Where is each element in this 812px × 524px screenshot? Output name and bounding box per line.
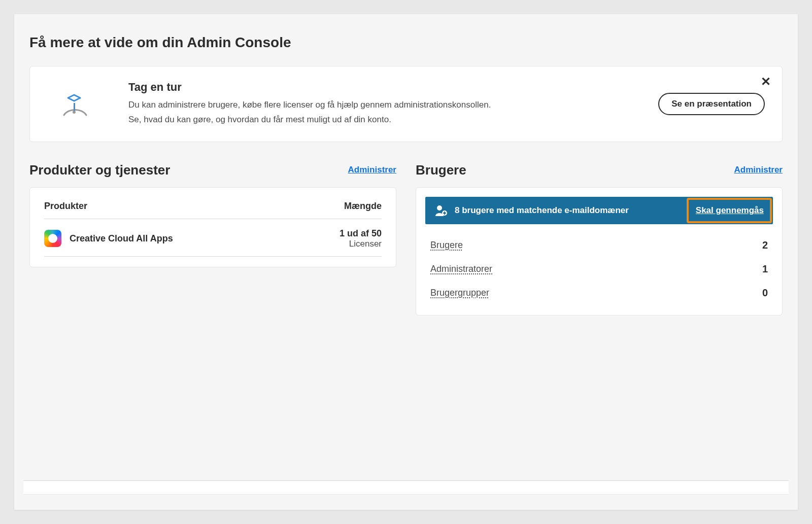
creative-cloud-icon: [44, 230, 61, 247]
dashboard-columns: Produkter og tjenester Administrer Produ…: [29, 162, 783, 316]
products-card: Produkter Mængde Creative Cloud All Apps…: [29, 187, 396, 267]
users-administer-link[interactable]: Administrer: [734, 165, 783, 175]
bottom-bar: [23, 480, 789, 495]
product-quantity: 1 ud af 50 Licenser: [340, 228, 382, 249]
svg-point-1: [73, 111, 76, 114]
products-title: Produkter og tjenester: [29, 162, 170, 178]
header-products: Produkter: [44, 201, 87, 212]
products-administer-link[interactable]: Administrer: [348, 165, 396, 175]
tour-text: Tag en tur Du kan administrere brugere, …: [128, 81, 633, 127]
users-header: Brugere Administrer: [416, 162, 783, 178]
users-column: Brugere Administrer 8 brugere med matche…: [416, 162, 783, 316]
tour-description: Du kan administrere brugere, købe flere …: [128, 98, 633, 127]
add-user-icon: [434, 204, 448, 217]
users-card: 8 brugere med matchende e-maildomæner Sk…: [416, 187, 783, 316]
products-table-header: Produkter Mængde: [44, 201, 382, 219]
usergroups-row[interactable]: Brugergrupper 0: [430, 281, 768, 305]
usergroups-label: Brugergrupper: [430, 288, 489, 298]
tour-illustration-icon: [47, 88, 103, 120]
close-icon[interactable]: ✕: [761, 76, 771, 88]
svg-point-2: [437, 205, 442, 211]
review-link[interactable]: Skal gennemgås: [696, 205, 764, 216]
products-header: Produkter og tjenester Administrer: [29, 162, 396, 178]
admin-console-panel: Få mere at vide om din Admin Console Tag…: [14, 14, 798, 510]
review-users-banner[interactable]: 8 brugere med matchende e-maildomæner Sk…: [425, 197, 773, 224]
administrators-row[interactable]: Administratorer 1: [430, 257, 768, 281]
users-label: Brugere: [430, 240, 463, 251]
users-row[interactable]: Brugere 2: [430, 233, 768, 257]
banner-text: 8 brugere med matchende e-maildomæner: [455, 205, 689, 216]
users-title: Brugere: [416, 162, 466, 178]
tour-card: Tag en tur Du kan administrere brugere, …: [29, 66, 783, 142]
administrators-label: Administratorer: [430, 264, 492, 274]
product-row[interactable]: Creative Cloud All Apps 1 ud af 50 Licen…: [44, 219, 382, 257]
tour-title: Tag en tur: [128, 81, 633, 94]
see-presentation-button[interactable]: Se en præsentation: [658, 93, 765, 115]
page-title: Få mere at vide om din Admin Console: [29, 34, 783, 51]
administrators-count: 1: [762, 263, 768, 275]
quantity-main: 1 ud af 50: [340, 228, 382, 239]
product-name: Creative Cloud All Apps: [70, 233, 173, 244]
quantity-sub: Licenser: [340, 239, 382, 249]
header-quantity: Mængde: [344, 201, 382, 212]
product-info: Creative Cloud All Apps: [44, 230, 173, 247]
products-column: Produkter og tjenester Administrer Produ…: [29, 162, 396, 316]
usergroups-count: 0: [762, 287, 768, 299]
users-count: 2: [762, 239, 768, 251]
